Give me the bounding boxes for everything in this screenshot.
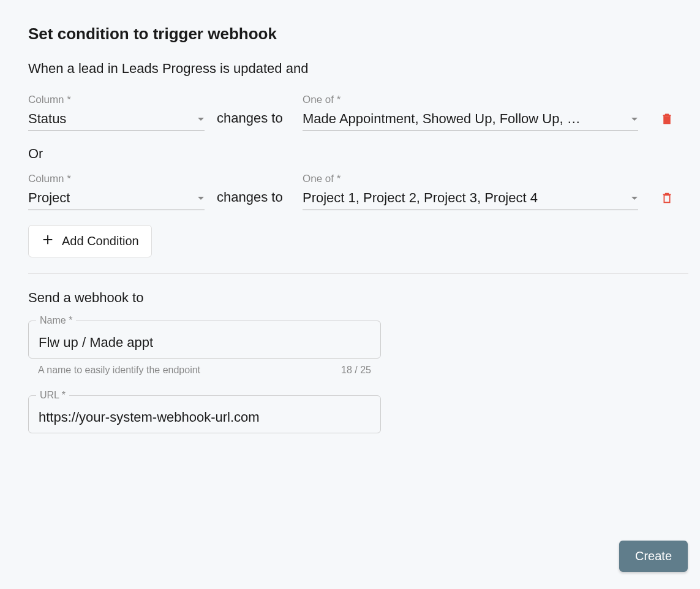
chevron-down-icon (197, 192, 205, 203)
changes-to-text: changes to (217, 110, 290, 131)
add-condition-label: Add Condition (62, 234, 139, 248)
page-title: Set condition to trigger webhook (28, 25, 688, 44)
oneof-select-value: Made Appointment, Showed Up, Follow Up, … (303, 111, 581, 127)
add-condition-button[interactable]: Add Condition (28, 225, 152, 257)
oneof-label: One of * (303, 94, 638, 106)
intro-text: When a lead in Leads Progress is updated… (28, 61, 688, 77)
column-field-group: Column * Project (28, 173, 205, 210)
column-label: Column * (28, 173, 205, 185)
delete-condition-button[interactable] (660, 190, 674, 210)
oneof-select-value: Project 1, Project 2, Project 3, Project… (303, 190, 538, 206)
or-text: Or (28, 146, 688, 162)
column-select[interactable]: Project (28, 190, 205, 210)
name-char-count: 18 / 25 (341, 365, 371, 376)
chevron-down-icon (197, 113, 205, 124)
create-button[interactable]: Create (619, 541, 688, 572)
plus-icon (41, 233, 55, 249)
url-field-wrapper: URL * (28, 395, 381, 433)
name-field-wrapper: Name * (28, 321, 381, 359)
oneof-field-group: One of * Project 1, Project 2, Project 3… (303, 173, 638, 210)
name-helper-text: A name to easily identify the endpoint (38, 365, 200, 376)
oneof-label: One of * (303, 173, 638, 185)
column-select-value: Status (28, 111, 66, 127)
name-label: Name * (36, 315, 76, 326)
trash-icon (660, 197, 674, 207)
name-helper-row: A name to easily identify the endpoint 1… (28, 365, 381, 376)
chevron-down-icon (631, 113, 638, 124)
url-label: URL * (36, 390, 69, 401)
name-input[interactable] (39, 335, 371, 351)
delete-condition-button[interactable] (660, 111, 674, 131)
oneof-select[interactable]: Made Appointment, Showed Up, Follow Up, … (303, 111, 638, 131)
column-select-value: Project (28, 190, 70, 206)
condition-row: Column * Project changes to One of * Pro… (28, 173, 688, 210)
column-select[interactable]: Status (28, 111, 205, 131)
condition-row: Column * Status changes to One of * Made… (28, 94, 688, 131)
divider (28, 273, 688, 274)
oneof-select[interactable]: Project 1, Project 2, Project 3, Project… (303, 190, 638, 210)
column-field-group: Column * Status (28, 94, 205, 131)
changes-to-text: changes to (217, 189, 290, 210)
trash-icon (660, 118, 674, 127)
column-label: Column * (28, 94, 205, 106)
send-webhook-text: Send a webhook to (28, 290, 688, 306)
url-input[interactable] (39, 409, 371, 425)
chevron-down-icon (631, 192, 638, 203)
oneof-field-group: One of * Made Appointment, Showed Up, Fo… (303, 94, 638, 131)
